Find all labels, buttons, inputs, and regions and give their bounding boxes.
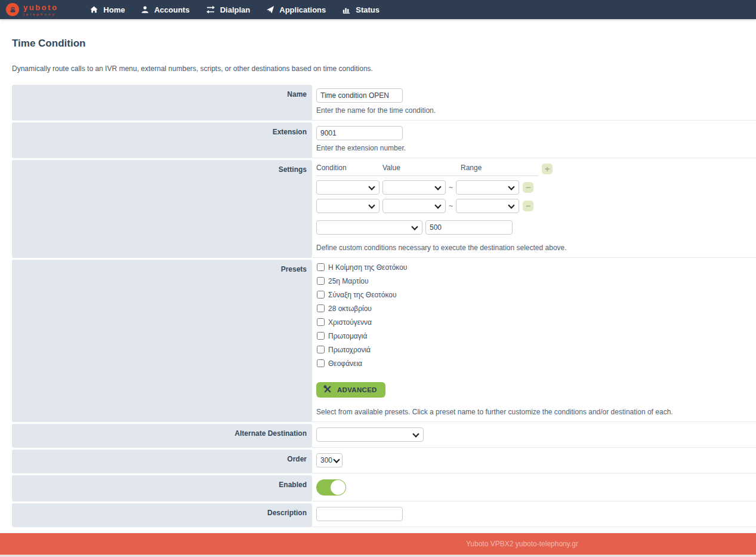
name-content: Enter the name for the time condition. — [312, 85, 756, 121]
alternate-destination-content — [312, 424, 756, 448]
condition-column-header: Condition — [316, 164, 382, 172]
home-icon — [90, 5, 98, 14]
range-column-header: Range — [461, 164, 538, 172]
enabled-toggle[interactable] — [316, 479, 346, 496]
preset-checkbox[interactable] — [317, 359, 325, 367]
exchange-arrows-icon — [206, 5, 215, 14]
alternate-destination-select[interactable] — [316, 427, 424, 442]
extension-label: Extension — [12, 122, 312, 158]
preset-item: Πρωτοχρονιά — [316, 346, 756, 353]
nav-item-label: Home — [103, 5, 125, 14]
preset-checkbox[interactable] — [317, 346, 325, 353]
nav-item-status[interactable]: Status — [342, 5, 379, 14]
enabled-content — [312, 475, 756, 501]
preset-checkbox[interactable] — [317, 332, 325, 340]
enabled-label: Enabled — [12, 475, 312, 501]
preset-name[interactable]: Θεοφάνεια — [328, 359, 362, 368]
extra-condition-select[interactable] — [316, 220, 422, 235]
brand-logo[interactable]: yuboto telephony — [6, 3, 58, 16]
page-title: Time Condition — [12, 38, 756, 50]
form-row-order: Order 300 — [12, 450, 756, 473]
range-separator: ~ — [449, 202, 453, 210]
preset-name[interactable]: Η Κοίμηση της Θεοτόκου — [328, 263, 407, 272]
preset-checkbox[interactable] — [317, 304, 325, 312]
order-content: 300 — [312, 450, 756, 473]
nav-menu: Home Accounts Dialplan Applications — [90, 5, 379, 14]
toggle-knob — [331, 480, 345, 495]
preset-item: 25η Μαρτίου — [316, 277, 756, 285]
preset-name[interactable]: Πρωτομαγιά — [328, 332, 367, 340]
name-help: Enter the name for the time condition. — [316, 106, 756, 115]
presets-label: Presets — [12, 260, 312, 422]
form-row-alternate-destination: Alternate Destination — [12, 424, 756, 448]
range-select-2[interactable] — [456, 199, 519, 213]
top-navbar: yuboto telephony Home Accounts Dialplan — [0, 0, 756, 19]
preset-checkbox[interactable] — [317, 318, 325, 326]
preset-item: 28 οκτωβρίου — [316, 304, 756, 312]
range-select-1[interactable] — [456, 180, 519, 195]
description-label: Description — [12, 503, 312, 527]
advanced-button[interactable]: ADVANCED — [316, 382, 385, 398]
order-select[interactable]: 300 — [316, 453, 342, 467]
form-row-description: Description — [12, 503, 756, 527]
description-content — [312, 503, 756, 527]
form-row-settings: Settings Condition Value Range + ~ − — [12, 160, 756, 258]
form-row-extension: Extension Enter the extension number. — [12, 122, 756, 158]
nav-item-label: Dialplan — [220, 5, 251, 14]
nav-item-applications[interactable]: Applications — [266, 5, 326, 14]
extension-input[interactable] — [316, 126, 403, 140]
extension-content: Enter the extension number. — [312, 122, 756, 158]
extension-help: Enter the extension number. — [316, 144, 756, 152]
bar-chart-icon — [342, 5, 351, 14]
nav-item-label: Applications — [279, 5, 326, 14]
preset-item: Πρωτομαγιά — [316, 332, 756, 340]
preset-name[interactable]: Χριστούγεννα — [328, 318, 372, 327]
settings-header: Condition Value Range + — [316, 164, 538, 176]
preset-checkbox[interactable] — [317, 263, 325, 271]
preset-name[interactable]: Πρωτοχρονιά — [328, 346, 371, 354]
footer-bar: Yuboto VPBX2 yuboto-telephony.gr — [0, 533, 756, 555]
name-label: Name — [12, 85, 312, 121]
nav-item-home[interactable]: Home — [90, 5, 125, 14]
value-column-header: Value — [382, 164, 461, 172]
description-input[interactable] — [316, 507, 403, 521]
brand-wordmark: yuboto telephony — [23, 4, 58, 16]
nav-item-accounts[interactable]: Accounts — [141, 5, 189, 14]
settings-label: Settings — [12, 160, 312, 258]
remove-condition-button-1[interactable]: − — [523, 182, 533, 193]
preset-name[interactable]: 25η Μαρτίου — [328, 277, 369, 285]
extra-condition-value-input[interactable] — [425, 220, 513, 235]
condition-row-1: ~ − — [316, 180, 756, 195]
bottom-edge-strip — [0, 555, 756, 557]
main-content: Time Condition Dynamically route calls t… — [0, 19, 756, 527]
value-select-2[interactable] — [382, 199, 446, 213]
form-row-enabled: Enabled — [12, 475, 756, 501]
preset-name[interactable]: Σύναξη της Θεοτόκου — [328, 291, 397, 299]
advanced-button-label: ADVANCED — [337, 386, 377, 393]
condition-row-2: ~ − — [316, 199, 756, 213]
nav-item-dialplan[interactable]: Dialplan — [206, 5, 251, 14]
extra-condition-row — [316, 220, 756, 235]
page-description: Dynamically route calls to an IVR menu, … — [12, 64, 756, 73]
name-input[interactable] — [316, 88, 403, 103]
preset-checkbox[interactable] — [317, 277, 325, 285]
brand-subtitle: telephony — [23, 13, 58, 16]
presets-content: Η Κοίμηση της Θεοτόκου 25η Μαρτίου Σύναξ… — [312, 260, 756, 422]
range-separator: ~ — [449, 183, 453, 192]
nav-item-label: Accounts — [154, 5, 189, 14]
phone-icon — [6, 3, 19, 16]
time-condition-form: Name Enter the name for the time conditi… — [12, 85, 756, 527]
preset-name[interactable]: 28 οκτωβρίου — [328, 304, 372, 313]
condition-select-2[interactable] — [316, 199, 379, 213]
preset-item: Θεοφάνεια — [316, 359, 756, 367]
condition-select-1[interactable] — [316, 180, 379, 195]
alternate-destination-label: Alternate Destination — [12, 424, 312, 448]
form-row-name: Name Enter the name for the time conditi… — [12, 85, 756, 121]
add-condition-button[interactable]: + — [542, 164, 553, 174]
preset-item: Η Κοίμηση της Θεοτόκου — [316, 263, 756, 271]
preset-checkbox[interactable] — [317, 291, 325, 298]
value-select-1[interactable] — [382, 180, 446, 195]
remove-condition-button-2[interactable]: − — [523, 201, 533, 211]
preset-item: Χριστούγεννα — [316, 318, 756, 326]
form-row-presets: Presets Η Κοίμηση της Θεοτόκου 25η Μαρτί… — [12, 260, 756, 422]
